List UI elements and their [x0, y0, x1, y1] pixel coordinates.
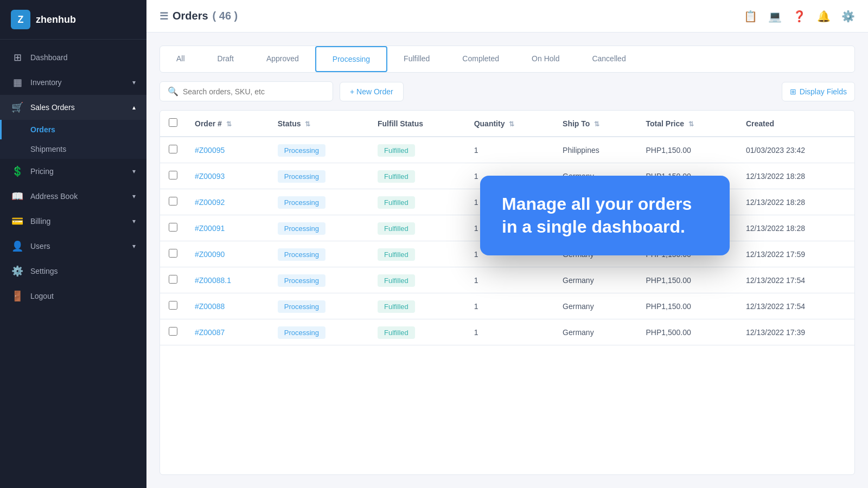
content-area: All Draft Approved Processing Fulfilled … — [146, 33, 868, 488]
fulfill-status-badge: Fulfilled — [378, 274, 415, 287]
created-cell: 12/13/2022 17:54 — [737, 267, 854, 293]
users-icon: 👤 — [11, 240, 24, 252]
tab-all[interactable]: All — [160, 46, 201, 72]
tab-processing[interactable]: Processing — [315, 46, 387, 72]
fulfill-status-badge: Fulfilled — [378, 144, 415, 157]
tab-draft[interactable]: Draft — [201, 46, 250, 72]
sidebar-item-label: Inventory — [30, 78, 62, 87]
order-number-cell: #Z00092 — [186, 189, 269, 215]
sort-icon[interactable]: ⇅ — [688, 120, 694, 128]
tab-approved[interactable]: Approved — [250, 46, 315, 72]
order-link-0[interactable]: #Z00095 — [195, 146, 225, 155]
status-badge: Processing — [278, 300, 326, 313]
select-all-header — [160, 111, 186, 137]
search-box[interactable]: 🔍 — [159, 81, 333, 101]
order-link-2[interactable]: #Z00092 — [195, 198, 225, 207]
sidebar-item-shipments[interactable]: Shipments — [0, 139, 146, 159]
sidebar-item-inventory[interactable]: ▦ Inventory ▾ — [0, 70, 146, 95]
status-cell: Processing — [269, 319, 369, 345]
sidebar-item-sales-orders[interactable]: 🛒 Sales Orders ▴ — [0, 95, 146, 120]
sort-icon[interactable]: ⇅ — [305, 120, 310, 128]
tab-cancelled[interactable]: Cancelled — [576, 46, 642, 72]
tab-fulfilled[interactable]: Fulfilled — [387, 46, 446, 72]
row-checkbox-0[interactable] — [169, 145, 177, 153]
ship-to-cell: Germany — [554, 319, 637, 345]
row-checkbox-cell — [160, 215, 186, 241]
sidebar-item-pricing[interactable]: 💲 Pricing ▾ — [0, 159, 146, 184]
sidebar-item-users[interactable]: 👤 Users ▾ — [0, 234, 146, 259]
sort-icon[interactable]: ⇅ — [226, 120, 232, 128]
shipments-label: Shipments — [30, 145, 66, 153]
gear-icon[interactable]: ⚙️ — [841, 10, 855, 23]
row-checkbox-6[interactable] — [169, 301, 177, 310]
display-fields-button[interactable]: ⊞ Display Fields — [782, 82, 855, 101]
row-checkbox-4[interactable] — [169, 249, 177, 258]
status-badge: Processing — [278, 274, 326, 287]
sort-icon[interactable]: ⇅ — [509, 120, 514, 128]
row-checkbox-cell — [160, 267, 186, 293]
row-checkbox-1[interactable] — [169, 171, 177, 179]
order-link-7[interactable]: #Z00087 — [195, 328, 225, 337]
pricing-icon: 💲 — [11, 165, 24, 177]
status-cell: Processing — [269, 163, 369, 189]
help-icon[interactable]: ❓ — [793, 10, 806, 23]
order-link-5[interactable]: #Z00088.1 — [195, 276, 231, 285]
col-header-quantity: Quantity ⇅ — [465, 111, 554, 137]
fulfill-status-cell: Fulfilled — [369, 189, 465, 215]
total-price-cell: PHP1,150.00 — [637, 293, 737, 319]
search-input[interactable] — [183, 87, 325, 96]
sort-icon[interactable]: ⇅ — [594, 120, 599, 128]
status-badge: Processing — [278, 248, 326, 261]
row-checkbox-3[interactable] — [169, 223, 177, 232]
logo-name: zhenhub — [36, 14, 76, 25]
order-link-3[interactable]: #Z00091 — [195, 224, 225, 233]
fulfill-status-cell: Fulfilled — [369, 293, 465, 319]
sidebar-item-label: Sales Orders — [30, 103, 75, 112]
row-checkbox-7[interactable] — [169, 327, 177, 336]
fulfill-status-cell: Fulfilled — [369, 241, 465, 267]
fulfill-status-badge: Fulfilled — [378, 170, 415, 183]
monitor-icon[interactable]: 💻 — [768, 10, 782, 23]
sidebar-item-label: Address Book — [30, 192, 78, 201]
clipboard-icon[interactable]: 📋 — [744, 10, 757, 23]
select-all-checkbox[interactable] — [169, 118, 177, 127]
fulfill-status-badge: Fulfilled — [378, 248, 415, 261]
sales-orders-icon: 🛒 — [11, 101, 24, 113]
sidebar-item-billing[interactable]: 💳 Billing ▾ — [0, 209, 146, 234]
row-checkbox-cell — [160, 163, 186, 189]
order-link-1[interactable]: #Z00093 — [195, 172, 225, 181]
status-cell: Processing — [269, 189, 369, 215]
billing-icon: 💳 — [11, 215, 24, 227]
order-link-6[interactable]: #Z00088 — [195, 302, 225, 311]
order-number-cell: #Z00088.1 — [186, 267, 269, 293]
tooltip-text: Manage all your orders in a single dashb… — [502, 193, 708, 238]
status-badge: Processing — [278, 222, 326, 235]
sidebar-item-logout[interactable]: 🚪 Logout — [0, 284, 146, 309]
quantity-cell: 1 — [465, 267, 554, 293]
created-cell: 12/13/2022 17:59 — [737, 241, 854, 267]
sidebar-nav: ⊞ Dashboard ▦ Inventory ▾ 🛒 Sales Orders… — [0, 40, 146, 488]
sidebar-item-settings[interactable]: ⚙️ Settings — [0, 259, 146, 284]
row-checkbox-2[interactable] — [169, 197, 177, 206]
sidebar-logo: Z zhenhub — [0, 0, 146, 40]
total-price-cell: PHP1,150.00 — [637, 267, 737, 293]
status-cell: Processing — [269, 215, 369, 241]
status-cell: Processing — [269, 241, 369, 267]
row-checkbox-5[interactable] — [169, 275, 177, 284]
created-cell: 12/13/2022 17:54 — [737, 293, 854, 319]
sidebar-item-orders[interactable]: Orders — [0, 120, 146, 139]
status-badge: Processing — [278, 326, 326, 339]
col-header-created: Created — [737, 111, 854, 137]
sidebar-item-address-book[interactable]: 📖 Address Book ▾ — [0, 184, 146, 209]
sidebar-item-dashboard[interactable]: ⊞ Dashboard — [0, 45, 146, 70]
new-order-button[interactable]: + New Order — [340, 82, 404, 101]
row-checkbox-cell — [160, 319, 186, 345]
order-link-4[interactable]: #Z00090 — [195, 250, 225, 259]
fulfill-status-cell: Fulfilled — [369, 137, 465, 163]
row-checkbox-cell — [160, 189, 186, 215]
tab-on-hold[interactable]: On Hold — [515, 46, 576, 72]
bell-icon[interactable]: 🔔 — [817, 10, 831, 23]
fulfill-status-cell: Fulfilled — [369, 267, 465, 293]
tab-completed[interactable]: Completed — [446, 46, 515, 72]
created-cell: 12/13/2022 18:28 — [737, 163, 854, 189]
